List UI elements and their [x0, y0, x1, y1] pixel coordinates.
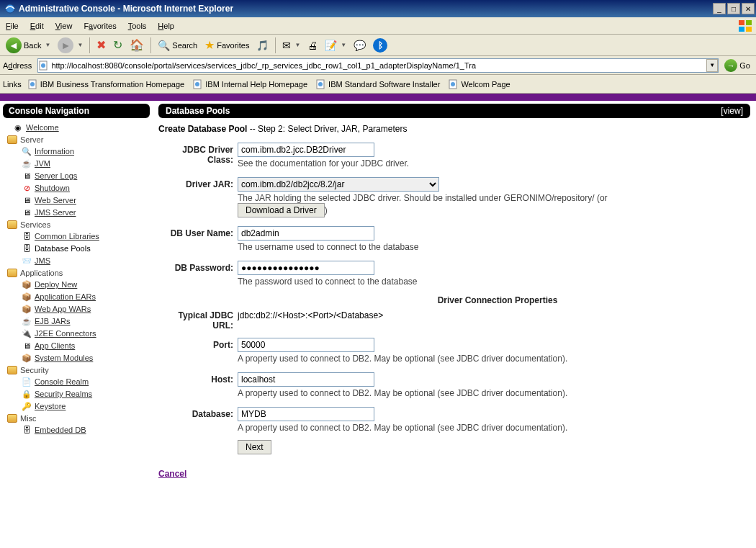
- refresh-button[interactable]: ↻: [110, 37, 125, 53]
- home-button[interactable]: 🏠: [127, 37, 147, 53]
- nav-jvm[interactable]: JVM: [35, 159, 50, 168]
- mail-button[interactable]: ✉▼: [279, 38, 303, 53]
- search-icon: 🔍: [22, 146, 32, 156]
- nav-web-wars[interactable]: Web App WARs: [35, 305, 91, 313]
- links-bar: Links IBM Business Transformation Homepa…: [0, 75, 756, 94]
- nav-j2ee-connectors[interactable]: J2EE Connectors: [35, 329, 96, 338]
- svg-point-8: [30, 82, 35, 86]
- next-button[interactable]: Next: [238, 440, 271, 454]
- input-port[interactable]: [238, 338, 374, 352]
- favorites-label: Favorites: [217, 41, 249, 50]
- go-button[interactable]: → Go: [721, 58, 753, 73]
- label-db-user: DB User Name:: [158, 226, 238, 259]
- db-icon: 🗄: [22, 231, 32, 241]
- select-driver-jar[interactable]: com.ibm.db2/db2jcc/8.2/jar: [238, 177, 439, 192]
- key-icon: 🔑: [22, 401, 32, 411]
- folder-icon: [7, 135, 17, 144]
- link-ibm-help[interactable]: IBM Internal Help Homepage: [191, 78, 310, 91]
- sidebar: Console Navigation ◉Welcome Server 🔍Info…: [0, 101, 153, 548]
- menu-help[interactable]: Help: [158, 22, 174, 30]
- favorites-button[interactable]: ★Favorites: [202, 37, 252, 53]
- back-button[interactable]: ◄ Back ▼: [3, 36, 53, 55]
- menu-view[interactable]: View: [55, 22, 73, 30]
- media-button[interactable]: 🎵: [253, 38, 271, 53]
- mail-icon: ✉: [282, 40, 291, 51]
- svg-point-10: [195, 82, 199, 86]
- cup-icon: ☕: [22, 158, 32, 169]
- nav-security-realms[interactable]: Security Realms: [35, 390, 92, 398]
- svg-rect-4: [746, 27, 752, 32]
- link-ibm-business[interactable]: IBM Business Transformation Homepage: [26, 78, 187, 91]
- label-driver-class: JDBC Driver Class:: [158, 143, 238, 176]
- forward-button[interactable]: ► ▼: [55, 36, 86, 55]
- separator: [150, 37, 151, 53]
- link-ibm-software[interactable]: IBM Standard Software Installer: [314, 78, 442, 91]
- nav-keystore[interactable]: Keystore: [35, 402, 66, 410]
- nav-ejb-jars[interactable]: EJB JARs: [35, 317, 71, 325]
- input-database[interactable]: [238, 407, 374, 421]
- close-button[interactable]: ✕: [742, 3, 755, 14]
- edit-button[interactable]: 📝▼: [322, 38, 349, 53]
- label-host: Host:: [158, 372, 238, 405]
- nav-system-modules[interactable]: System Modules: [35, 354, 93, 362]
- minimize-button[interactable]: _: [713, 3, 726, 14]
- bluetooth-button[interactable]: ᛒ: [370, 37, 390, 54]
- deploy-icon: 📦: [22, 279, 32, 289]
- nav-server-logs[interactable]: Server Logs: [35, 171, 77, 180]
- nav-shutdown[interactable]: Shutdown: [35, 184, 70, 192]
- discuss-button[interactable]: 💬: [351, 38, 369, 53]
- go-icon: →: [724, 59, 737, 72]
- nav-cat-applications: Applications: [7, 269, 153, 277]
- nav-web-server[interactable]: Web Server: [35, 196, 76, 205]
- label-typical-url: Typical JDBC URL:: [158, 308, 238, 331]
- input-db-user[interactable]: [238, 226, 374, 241]
- nav-console-realm[interactable]: Console Realm: [35, 377, 89, 386]
- hint-driver-jar: The JAR holding the selected JDBC driver…: [238, 193, 750, 217]
- client-icon: 🖥: [22, 341, 32, 351]
- search-icon: 🔍: [158, 40, 170, 51]
- nav-jms[interactable]: JMS: [35, 256, 50, 265]
- panel-title-text: Database Pools: [166, 106, 230, 116]
- nav-jms-server[interactable]: JMS Server: [35, 208, 76, 217]
- nav-cat-security: Security: [7, 366, 153, 374]
- maximize-button[interactable]: □: [727, 3, 740, 14]
- discuss-icon: 💬: [354, 40, 366, 51]
- nav-embedded-db[interactable]: Embedded DB: [35, 426, 86, 434]
- shutdown-icon: ⊘: [22, 183, 32, 193]
- menu-favorites[interactable]: Favorites: [84, 22, 116, 30]
- cancel-link[interactable]: Cancel: [158, 469, 186, 479]
- war-icon: 📦: [22, 304, 32, 314]
- stop-button[interactable]: ✖: [94, 37, 109, 53]
- input-db-password[interactable]: [238, 261, 374, 275]
- nav-welcome[interactable]: Welcome: [26, 123, 59, 132]
- bluetooth-icon: ᛒ: [373, 38, 387, 53]
- ejb-icon: ☕: [22, 316, 32, 326]
- print-button[interactable]: 🖨: [305, 38, 320, 53]
- nav-app-clients[interactable]: App Clients: [35, 341, 75, 350]
- nav-deploy-new[interactable]: Deploy New: [35, 280, 77, 289]
- forward-icon: ►: [58, 37, 73, 53]
- label-database: Database:: [158, 407, 238, 454]
- menu-file[interactable]: File: [6, 22, 19, 30]
- nav-common-libraries[interactable]: Common Libraries: [35, 232, 99, 241]
- nav-cat-server: Server: [7, 135, 153, 144]
- nav-information[interactable]: Information: [35, 147, 74, 156]
- svg-point-6: [41, 63, 45, 68]
- download-driver-button[interactable]: Download a Driver: [238, 203, 325, 217]
- address-input[interactable]: [37, 58, 719, 73]
- panel-view-link[interactable]: [view]: [721, 106, 743, 116]
- search-button[interactable]: 🔍Search: [155, 38, 200, 53]
- svg-point-12: [318, 82, 323, 86]
- value-typical-url: jdbc:db2://<Host>:<Port>/<Database>: [238, 308, 750, 320]
- menu-tools[interactable]: Tools: [128, 22, 147, 30]
- input-host[interactable]: [238, 372, 374, 387]
- link-welcome[interactable]: Welcom Page: [446, 78, 512, 91]
- address-dropdown-button[interactable]: ▼: [706, 59, 718, 72]
- hint-database: A property used to connect to DB2. May b…: [238, 423, 750, 433]
- nav-database-pools[interactable]: Database Pools: [35, 244, 91, 253]
- menu-edit[interactable]: Edit: [30, 22, 44, 30]
- input-driver-class[interactable]: [238, 143, 374, 157]
- breadcrumb-step: -- Step 2: Select Driver, JAR, Parameter…: [247, 124, 407, 134]
- nav-app-ears[interactable]: Application EARs: [35, 292, 96, 301]
- jms-icon: 📨: [22, 256, 32, 266]
